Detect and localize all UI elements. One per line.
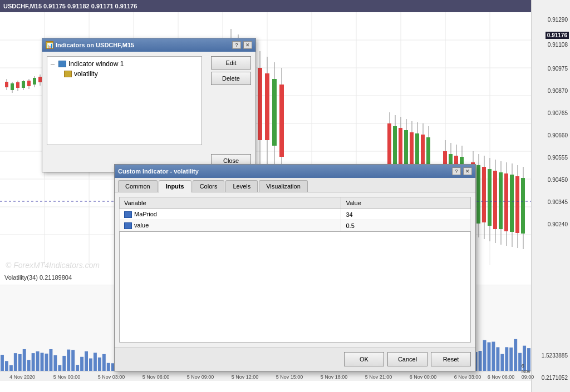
svg-rect-128 [98,358,101,371]
svg-rect-214 [479,351,482,371]
svg-rect-113 [32,353,35,371]
tab-common[interactable]: Common [118,180,158,192]
tree-item-window[interactable]: ─ Indicator window 1 [50,59,199,69]
time-label-11: 6 Nov 06:00 [488,374,515,380]
tab-inputs[interactable]: Inputs [159,180,191,192]
svg-rect-28 [27,81,31,86]
svg-rect-115 [41,353,44,371]
svg-rect-110 [18,354,22,371]
custom-dialog-body: Variable Value MaPriod 34 value 0.5 [115,192,475,347]
table-row[interactable]: MaPriod 34 [120,209,471,220]
custom-indicator-dialog: Custom Indicator - volatility ? ✕ Common… [114,164,476,371]
indicators-tree[interactable]: ─ Indicator window 1 volatility [47,56,202,145]
svg-rect-86 [476,165,480,224]
price-label-9: 0.90345 [548,199,568,205]
ok-button[interactable]: OK [344,352,384,366]
svg-rect-217 [492,342,495,371]
svg-rect-218 [496,347,499,371]
indicators-dialog-title: 📊 Indicators on USDCHF,M15 [46,41,134,49]
svg-rect-222 [514,339,517,371]
svg-rect-22 [11,83,14,90]
indicators-dialog-body: ─ Indicator window 1 volatility Edit Del… [42,52,255,172]
tab-colors[interactable]: Colors [193,180,225,192]
tab-levels[interactable]: Levels [225,180,258,192]
tabs-bar: Common Inputs Colors Levels Visualizatio… [115,178,475,192]
time-label-5: 5 Nov 12:00 [232,374,259,380]
svg-rect-127 [94,353,97,371]
var-value-value[interactable]: 0.5 [341,220,471,231]
indicators-dialog-controls[interactable]: ? ✕ [232,41,252,49]
svg-rect-124 [80,357,83,371]
svg-rect-111 [23,349,26,371]
time-label-9: 6 Nov 00:00 [410,374,437,380]
svg-rect-221 [509,348,513,371]
var-name-mapriod: MaPriod [120,209,341,220]
svg-rect-112 [27,360,31,371]
svg-rect-96 [504,173,508,231]
chart-header-text: USDCHF,M15 0.91175 0.91182 0.91171 0.911… [3,3,137,9]
svg-rect-88 [482,167,486,222]
price-label-2: 0.91108 [548,42,568,48]
indicators-dialog: 📊 Indicators on USDCHF,M15 ? ✕ ─ Indicat… [42,38,256,172]
svg-rect-94 [499,172,503,229]
svg-rect-54 [265,73,269,140]
col-value: Value [341,197,471,209]
svg-rect-117 [49,349,52,371]
tab-visualization[interactable]: Visualization [259,180,308,192]
time-label-12: 6 Nov 09:00 [522,363,534,380]
price-label-4: 0.90870 [548,88,568,94]
svg-rect-219 [500,354,504,371]
edit-button[interactable]: Edit [211,56,251,70]
empty-area [119,231,471,343]
price-axis: 0.91290 0.91108 0.91176 0.90975 0.90870 … [531,0,570,392]
price-label-vol2: 0.2171052 [542,375,568,381]
custom-dialog-controls[interactable]: ? ✕ [452,167,472,175]
delete-button[interactable]: Delete [211,72,251,85]
svg-rect-116 [45,354,48,371]
cancel-button[interactable]: Cancel [387,352,428,366]
time-label-1: 5 Nov 00:00 [53,374,81,380]
time-label-0: 4 Nov 2020 [9,374,35,380]
svg-rect-58 [279,85,284,157]
svg-rect-106 [1,355,4,371]
indicators-dialog-titlebar: 📊 Indicators on USDCHF,M15 ? ✕ [42,38,255,52]
svg-rect-108 [9,365,13,371]
svg-rect-118 [53,355,57,371]
svg-rect-20 [5,82,8,87]
svg-rect-30 [33,78,36,85]
svg-rect-216 [488,343,491,371]
svg-rect-121 [67,350,70,371]
svg-rect-109 [14,353,17,371]
custom-dialog-titlebar: Custom Indicator - volatility ? ✕ [115,165,475,178]
table-row[interactable]: value 0.5 [120,220,471,231]
watermark: © ForexMT4Indicators.com [6,261,100,270]
price-label-7: 0.90555 [548,155,568,161]
indicators-dialog-close[interactable]: ✕ [243,41,252,49]
svg-rect-52 [258,68,262,140]
tree-item-volatility[interactable]: volatility [63,69,199,79]
tree-item-label-window: Indicator window 1 [68,60,124,68]
svg-rect-123 [76,365,79,371]
svg-rect-26 [22,81,25,88]
svg-rect-56 [272,79,277,146]
reset-button[interactable]: Reset [431,352,471,366]
var-value-mapriod[interactable]: 34 [341,209,471,220]
svg-rect-24 [16,82,19,88]
svg-rect-107 [5,361,8,371]
custom-dialog-title: Custom Indicator - volatility [118,168,199,175]
svg-rect-119 [58,365,61,371]
svg-rect-92 [493,171,497,229]
price-label-10: 0.90240 [548,221,568,227]
chart-header: USDCHF,M15 0.91175 0.91182 0.91171 0.911… [0,0,540,12]
svg-rect-120 [62,356,66,371]
tree-item-label-volatility: volatility [74,70,98,78]
volatility-label: Volatility(34) 0.21189804 [4,274,72,281]
variables-table: Variable Value MaPriod 34 value 0.5 [119,197,471,231]
price-label-6: 0.90660 [548,132,568,138]
indicators-dialog-buttons: Edit Delete [211,56,251,150]
custom-dialog-help[interactable]: ? [452,167,461,175]
indicators-dialog-help[interactable]: ? [232,41,241,49]
indicators-dialog-icon: 📊 [46,41,53,49]
custom-dialog-close[interactable]: ✕ [463,167,472,175]
price-label-vol: 1.5233885 [542,353,568,359]
